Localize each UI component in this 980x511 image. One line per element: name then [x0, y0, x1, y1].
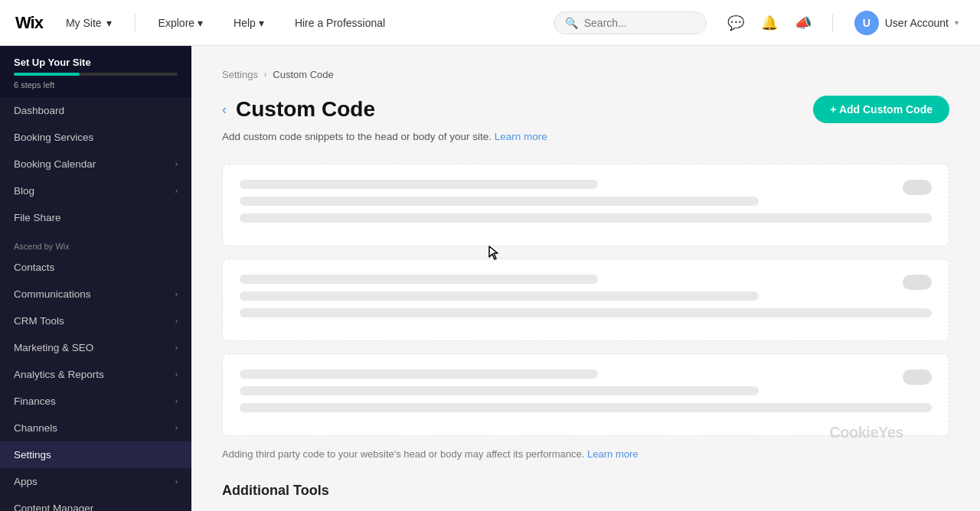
user-account-button[interactable]: U User Account ▾ [848, 8, 965, 38]
wix-logo[interactable]: Wix [15, 13, 43, 33]
sidebar-setup: Set Up Your Site 6 steps left [0, 46, 191, 97]
nav-divider [135, 14, 136, 32]
my-site-button[interactable]: My Site ▾ [58, 12, 119, 34]
skeleton-row [240, 308, 932, 317]
bottom-info: Adding third party code to your website'… [222, 448, 949, 460]
chevron-right-icon: › [175, 317, 178, 325]
page-title: Custom Code [236, 97, 375, 122]
breadcrumb: Settings › Custom Code [222, 69, 949, 80]
chevron-right-icon: › [175, 290, 178, 298]
setup-steps-left: 6 steps left [14, 80, 178, 90]
sidebar-item-content-manager[interactable]: Content Manager [0, 495, 191, 511]
ascend-section-label: Ascend by Wix [0, 231, 191, 254]
toggle-switch[interactable] [903, 275, 932, 290]
page-subtitle: Add custom code snippets to the head or … [222, 131, 949, 142]
avatar: U [854, 11, 879, 35]
hire-professional-nav-link[interactable]: Hire a Professional [287, 12, 393, 34]
nav-icons: 💬 🔔 📣 [722, 9, 817, 37]
skeleton-row [240, 386, 759, 395]
sidebar-item-booking-calendar[interactable]: Booking Calendar › [0, 151, 191, 177]
chevron-right-icon: › [175, 477, 178, 486]
sidebar-item-analytics-reports[interactable]: Analytics & Reports › [0, 361, 191, 388]
code-card-2 [222, 259, 949, 341]
chevron-right-icon: › [175, 370, 178, 379]
chevron-right-icon: › [175, 343, 178, 352]
sidebar: Set Up Your Site 6 steps left Dashboard … [0, 46, 191, 511]
sidebar-item-apps[interactable]: Apps › [0, 468, 191, 495]
page-header: ‹ Custom Code + Add Custom Code [222, 96, 949, 123]
chevron-right-icon: › [175, 424, 178, 432]
sidebar-item-crm-tools[interactable]: CRM Tools › [0, 308, 191, 334]
code-cards-container: CookieYes [222, 164, 949, 436]
chevron-right-icon: › [175, 187, 178, 195]
sidebar-item-channels[interactable]: Channels › [0, 415, 191, 441]
toggle-switch[interactable] [903, 369, 932, 385]
explore-nav-link[interactable]: Explore ▾ [151, 12, 211, 34]
sidebar-item-settings[interactable]: Settings [0, 441, 191, 468]
setup-title: Set Up Your Site [14, 57, 178, 68]
main-content: Settings › Custom Code ‹ Custom Code + A… [191, 46, 980, 511]
learn-more-link[interactable]: Learn more [495, 131, 547, 142]
breadcrumb-chevron-icon: › [264, 70, 266, 79]
chevron-down-icon: ▾ [955, 18, 959, 27]
search-icon: 🔍 [565, 17, 578, 29]
announcements-icon-button[interactable]: 📣 [789, 9, 817, 37]
chevron-down-icon: ▾ [259, 17, 264, 29]
skeleton-row [240, 213, 932, 223]
chevron-down-icon: ▾ [106, 17, 112, 29]
sidebar-item-blog[interactable]: Blog › [0, 177, 191, 204]
breadcrumb-settings-link[interactable]: Settings [222, 69, 258, 80]
sidebar-item-finances[interactable]: Finances › [0, 388, 191, 415]
sidebar-item-marketing-seo[interactable]: Marketing & SEO › [0, 334, 191, 361]
sidebar-item-booking-services[interactable]: Booking Services [0, 124, 191, 151]
chat-icon-button[interactable]: 💬 [722, 9, 750, 37]
code-card-1 [222, 164, 949, 246]
skeleton-row [240, 291, 759, 301]
bottom-learn-more-link[interactable]: Learn more [587, 448, 638, 460]
code-card-3 [222, 353, 949, 436]
toggle-switch[interactable] [903, 180, 932, 195]
skeleton-row [240, 197, 759, 206]
notifications-icon-button[interactable]: 🔔 [756, 9, 783, 37]
chevron-right-icon: › [175, 397, 178, 405]
topnav: Wix My Site ▾ Explore ▾ Help ▾ Hire a Pr… [0, 0, 980, 46]
sidebar-item-contacts[interactable]: Contacts [0, 254, 191, 281]
sidebar-item-file-share[interactable]: File Share [0, 204, 191, 231]
chevron-down-icon: ▾ [198, 17, 203, 29]
search-input[interactable] [584, 17, 691, 29]
back-button[interactable]: ‹ [222, 103, 227, 116]
search-bar[interactable]: 🔍 [554, 11, 707, 34]
additional-tools-section: Additional Tools Go to Marketing Integra… [222, 483, 949, 511]
add-custom-code-button[interactable]: + Add Custom Code [813, 96, 949, 123]
sidebar-item-communications[interactable]: Communications › [0, 281, 191, 308]
setup-progress-bar-container [14, 73, 178, 76]
setup-progress-bar [14, 73, 80, 76]
nav-divider-right [832, 14, 833, 32]
user-account-label: User Account [885, 17, 949, 29]
help-nav-link[interactable]: Help ▾ [226, 12, 272, 34]
skeleton-row [240, 180, 598, 189]
skeleton-row [240, 403, 932, 412]
breadcrumb-current: Custom Code [273, 69, 333, 80]
skeleton-row [240, 275, 598, 284]
skeleton-row [240, 369, 598, 379]
additional-tools-title: Additional Tools [222, 483, 949, 499]
sidebar-item-dashboard[interactable]: Dashboard [0, 97, 191, 124]
chevron-right-icon: › [175, 160, 178, 168]
